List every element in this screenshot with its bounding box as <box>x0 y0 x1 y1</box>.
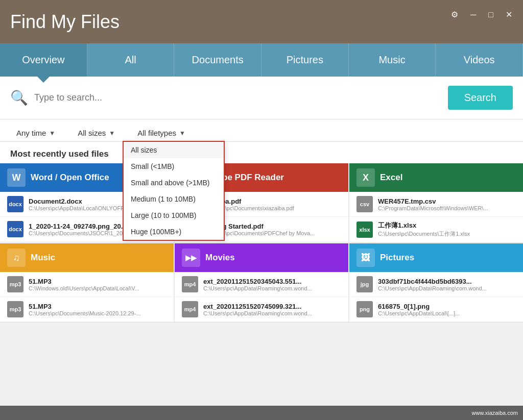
list-item: mp3 51.MP3 C:\Users\pc\Documents\Music-2… <box>0 297 174 322</box>
movies-icon: ▶▶ <box>182 249 200 267</box>
list-item: png 616875_0[1].png C:\Users\pc\AppData\… <box>349 297 523 322</box>
file-path: C:\ProgramData\Microsoft\Windows\WER\... <box>378 205 488 211</box>
minimize-button[interactable]: ─ <box>467 8 479 21</box>
size-option-huge[interactable]: Huge (100MB+) <box>124 224 224 240</box>
file-icon-mp4: mp4 <box>182 301 198 317</box>
size-chevron-icon: ▼ <box>109 130 115 137</box>
music-label: Music <box>31 253 55 263</box>
file-icon-mp4: mp4 <box>182 276 198 292</box>
music-header: ♫ Music <box>0 243 174 272</box>
file-name: WER457E.tmp.csv <box>378 197 488 205</box>
file-name: 303dbf71bc4f444bd5bd6393... <box>378 278 487 285</box>
category-excel: X Excel csv WER457E.tmp.csv C:\ProgramDa… <box>349 163 523 242</box>
category-pictures: 🖼 Pictures jpg 303dbf71bc4f444bd5bd6393.… <box>349 243 523 322</box>
file-icon-jpg: jpg <box>356 276 373 292</box>
search-input[interactable] <box>34 92 442 103</box>
file-icon-xlsx: xlsx <box>356 221 373 238</box>
excel-header: X Excel <box>349 163 523 192</box>
filetype-chevron-icon: ▼ <box>179 130 185 137</box>
list-item: mp3 51.MP3 C:\Windows.old\Users\pc\AppDa… <box>0 272 174 297</box>
list-item: csv WER457E.tmp.csv C:\ProgramData\Micro… <box>349 192 523 217</box>
file-name: ext_202011251520345043.551... <box>203 278 312 285</box>
categories-grid: W Word / Open Office docx Document2.docx… <box>0 163 523 323</box>
file-name: 616875_0[1].png <box>378 303 460 310</box>
nav-tabs: Overview All Documents Pictures Music Vi… <box>0 43 523 77</box>
excel-icon: X <box>356 168 375 187</box>
maximize-button[interactable]: □ <box>485 8 496 21</box>
pictures-label: Pictures <box>380 253 414 263</box>
filter-row: Any time ▼ All sizes ▼ All filetypes ▼ A… <box>0 119 523 142</box>
time-filter-dropdown[interactable]: Any time ▼ <box>10 125 61 141</box>
size-option-small[interactable]: Small (<1MB) <box>124 158 224 175</box>
file-icon-csv: csv <box>356 196 373 212</box>
size-option-small-above[interactable]: Small and above (>1MB) <box>124 175 224 191</box>
file-icon-mp3: mp3 <box>7 276 23 292</box>
watermark-text: www.xiazaiba.com <box>472 410 518 416</box>
size-option-large[interactable]: Large (10 to 100MB) <box>124 207 224 224</box>
list-item: xlsx 工作薄1.xlsx C:\Users\pc\Documents\工作薄… <box>349 217 523 242</box>
pictures-icon: 🖼 <box>356 249 375 267</box>
bottom-bar: www.xiazaiba.com <box>0 406 523 420</box>
search-area: 🔍 Search <box>0 77 523 119</box>
word-icon: W <box>7 168 26 187</box>
tab-overview[interactable]: Overview <box>0 43 87 77</box>
file-icon-png: png <box>356 301 373 317</box>
movies-header: ▶▶ Movies <box>175 243 348 272</box>
file-name: 51.MP3 <box>29 303 140 310</box>
tab-music[interactable]: Music <box>349 43 436 77</box>
tab-videos[interactable]: Videos <box>436 43 523 77</box>
list-item: mp4 ext_202011251520745099.321... C:\Use… <box>175 297 348 322</box>
category-music: ♫ Music mp3 51.MP3 C:\Windows.old\Users\… <box>0 243 174 322</box>
file-path: C:\Users\pc\AppData\Roaming\com.wond... <box>203 285 312 291</box>
filetype-filter-dropdown[interactable]: All filetypes ▼ <box>131 125 192 141</box>
window-controls: ⚙ ─ □ ✕ <box>448 8 515 21</box>
file-name: 工作薄1.xlsx <box>378 221 470 230</box>
app-title: Find My Files <box>10 11 120 33</box>
file-path: C:\Users\pc\Documents\工作薄1.xlsx <box>378 230 470 238</box>
file-path: C:\Windows.old\Users\pc\AppData\Local\V.… <box>29 285 139 291</box>
size-option-all[interactable]: All sizes <box>124 142 224 158</box>
file-icon-docx: docx <box>7 196 23 212</box>
movies-label: Movies <box>205 253 235 263</box>
search-button[interactable]: Search <box>448 86 513 110</box>
file-path: C:\Users\pc\AppData\Local\[...]... <box>378 310 460 316</box>
title-bar: Find My Files ⚙ ─ □ ✕ <box>0 0 523 43</box>
category-movies: ▶▶ Movies mp4 ext_202011251520345043.551… <box>175 243 348 322</box>
music-icon: ♫ <box>7 249 26 267</box>
file-name: 51.MP3 <box>29 278 139 285</box>
list-item: jpg 303dbf71bc4f444bd5bd6393... C:\Users… <box>349 272 523 297</box>
close-button[interactable]: ✕ <box>503 8 515 21</box>
size-filter-dropdown[interactable]: All sizes ▼ <box>72 125 121 141</box>
section-label: Most recently used files <box>0 142 523 163</box>
list-item: mp4 ext_202011251520345043.551... C:\Use… <box>175 272 348 297</box>
tab-all[interactable]: All <box>87 43 175 77</box>
time-chevron-icon: ▼ <box>49 130 55 137</box>
tab-pictures[interactable]: Pictures <box>262 43 349 77</box>
settings-button[interactable]: ⚙ <box>448 8 461 21</box>
tab-documents[interactable]: Documents <box>174 43 262 77</box>
file-path: C:\Users\pc\AppData\Roaming\com.wond... <box>203 310 312 316</box>
file-path: C:\Users\pc\Documents\Music-2020.12.29-.… <box>29 310 140 316</box>
file-icon-mp3: mp3 <box>7 301 23 317</box>
search-icon: 🔍 <box>10 89 28 106</box>
size-dropdown-menu: All sizes Small (<1MB) Small and above (… <box>123 141 225 241</box>
file-name: ext_202011251520745099.321... <box>203 303 312 310</box>
pictures-header: 🖼 Pictures <box>349 243 523 272</box>
file-path: C:\Users\pc\AppData\Roaming\com.wond... <box>378 285 487 291</box>
file-icon-docx: docx <box>7 221 23 237</box>
size-option-medium[interactable]: Medium (1 to 10MB) <box>124 191 224 207</box>
excel-label: Excel <box>380 172 402 183</box>
word-label: Word / Open Office <box>31 172 109 183</box>
